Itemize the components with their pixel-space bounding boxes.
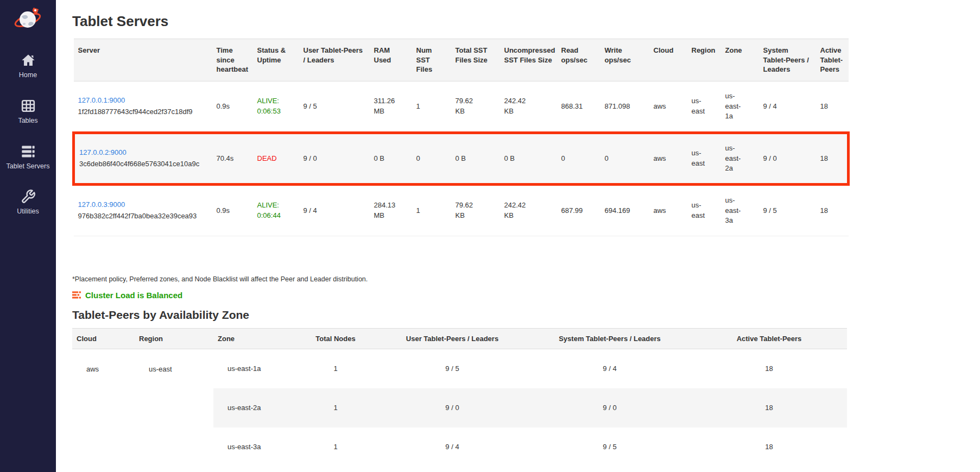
sidebar-item-label: Utilities: [17, 208, 39, 216]
col-cloud: Cloud: [72, 328, 135, 349]
system-peers-cell: 9 / 0: [759, 133, 816, 184]
user-peers-cell: 9 / 4: [299, 184, 370, 236]
status-cell: ALIVE: 0:06:44: [253, 184, 299, 236]
zone-cell: us-east-2a: [213, 388, 295, 427]
sidebar-item-label: Tablet Servers: [7, 163, 50, 171]
cluster-load-status-text: Cluster Load is Balanced: [85, 291, 182, 300]
col-active-peers: Active Tablet-Peers: [816, 39, 849, 81]
num-sst-cell: 1: [412, 81, 451, 133]
user-peers-cell: 9 / 4: [376, 427, 528, 467]
active-peers-cell: 18: [816, 133, 849, 184]
server-link[interactable]: 127.0.0.2:9000: [79, 148, 127, 156]
table-row-server-2-dead-highlighted: 127.0.0.2:9000 3c6deb86f40c4f668e5763041…: [74, 133, 849, 184]
planet-rocket-logo-icon: [13, 4, 43, 34]
col-total-sst: Total SST Files Size: [451, 39, 500, 81]
server-uuid: 976b382c2ff442f7ba0bea32e39cea93: [78, 211, 208, 221]
tablet-servers-table: Server Time since heartbeat Status & Upt…: [72, 39, 850, 236]
total-nodes-cell: 1: [295, 388, 376, 427]
server-link[interactable]: 127.0.0.3:9000: [78, 200, 125, 209]
write-ops-cell: 0: [600, 133, 649, 184]
write-ops-cell: 694.169: [600, 184, 649, 236]
active-peers-cell: 18: [691, 349, 847, 388]
heartbeat-cell: 0.9s: [212, 81, 253, 133]
uncompressed-sst-cell: 242.42 KB: [500, 184, 557, 236]
cloud-cell: aws: [649, 81, 687, 133]
num-sst-cell: 1: [412, 184, 451, 236]
uncompressed-sst-cell: 242.42 KB: [500, 81, 557, 133]
ram-cell: 284.13 MB: [370, 184, 412, 236]
region-cell: us-east: [687, 81, 721, 133]
heartbeat-cell: 0.9s: [212, 184, 253, 236]
system-peers-cell: 9 / 4: [528, 349, 691, 388]
system-peers-cell: 9 / 5: [528, 427, 691, 467]
server-stack-icon: [20, 143, 37, 160]
zones-section-title: Tablet-Peers by Availability Zone: [72, 309, 980, 322]
page-title: Tablet Servers: [72, 13, 980, 30]
read-ops-cell: 868.31: [557, 81, 600, 133]
sidebar-item-tables[interactable]: Tables: [0, 98, 56, 125]
col-user-peers: User Tablet-Peers / Leaders: [299, 39, 370, 81]
system-peers-cell: 9 / 0: [528, 388, 691, 427]
active-peers-cell: 18: [691, 427, 847, 467]
total-sst-cell: 0 B: [451, 133, 500, 184]
yugabyte-logo[interactable]: [13, 4, 43, 34]
status-cell: DEAD: [253, 133, 299, 184]
read-ops-cell: 0: [557, 133, 600, 184]
home-icon: [20, 52, 37, 68]
cloud-cell: aws: [649, 184, 687, 236]
user-peers-cell: 9 / 5: [376, 349, 528, 388]
total-sst-cell: 79.62 KB: [451, 184, 500, 236]
load-balance-icon: [72, 291, 81, 299]
write-ops-cell: 871.098: [600, 81, 649, 133]
system-peers-cell: 9 / 5: [759, 184, 816, 236]
table-header-row: Cloud Region Zone Total Nodes User Table…: [72, 328, 847, 349]
col-active-peers: Active Tablet-Peers: [691, 328, 847, 349]
table-row-server-1: 127.0.0.1:9000 1f2fd188777643cf944ced2f3…: [74, 81, 849, 133]
col-zone: Zone: [213, 328, 295, 349]
col-region: Region: [687, 39, 721, 81]
sidebar-item-utilities[interactable]: Utilities: [0, 188, 56, 216]
col-region: Region: [135, 328, 213, 349]
sidebar-item-label: Tables: [18, 117, 37, 125]
col-read-ops: Read ops/sec: [557, 39, 600, 81]
zone-cell: us-east-1a: [213, 349, 295, 388]
cloud-cell: aws: [649, 133, 687, 184]
server-link[interactable]: 127.0.0.1:9000: [78, 96, 125, 104]
total-nodes-cell: 1: [295, 427, 376, 467]
col-cloud: Cloud: [649, 39, 687, 81]
col-total-nodes: Total Nodes: [295, 328, 376, 349]
col-zone: Zone: [721, 39, 759, 81]
sidebar-item-home[interactable]: Home: [0, 52, 56, 79]
wrench-icon: [20, 188, 37, 205]
server-uuid: 3c6deb86f40c4f668e5763041ce10a9c: [79, 159, 208, 169]
table-row-zone-1: aws us-east us-east-1a 1 9 / 5 9 / 4 18: [72, 349, 847, 388]
num-sst-cell: 0: [412, 133, 451, 184]
tables-grid-icon: [20, 98, 37, 114]
tablet-peers-by-zone-table: Cloud Region Zone Total Nodes User Table…: [72, 328, 847, 467]
user-peers-cell: 9 / 5: [299, 81, 370, 133]
col-system-peers: System Tablet-Peers / Leaders: [759, 39, 816, 81]
region-cell: us-east: [687, 133, 721, 184]
cloud-cell: aws: [72, 349, 135, 467]
main-content: Tablet Servers Server Time since heartbe…: [56, 0, 980, 472]
col-server: Server: [74, 39, 212, 81]
sidebar: Home Tables Tabl: [0, 0, 56, 472]
zone-cell: us-east-1a: [721, 81, 759, 133]
heartbeat-cell: 70.4s: [212, 133, 253, 184]
active-peers-cell: 18: [816, 81, 849, 133]
total-nodes-cell: 1: [295, 349, 376, 388]
sidebar-item-tablet-servers[interactable]: Tablet Servers: [0, 143, 56, 171]
total-sst-cell: 79.62 KB: [451, 81, 500, 133]
col-num-sst: Num SST Files: [412, 39, 451, 81]
col-uncompressed-sst: Uncompressed SST Files Size: [500, 39, 557, 81]
cluster-load-status: Cluster Load is Balanced: [72, 291, 980, 300]
col-user-peers: User Tablet-Peers / Leaders: [376, 328, 528, 349]
sidebar-nav: Home Tables Tabl: [0, 52, 56, 216]
system-peers-cell: 9 / 4: [759, 81, 816, 133]
sidebar-item-label: Home: [19, 72, 37, 79]
read-ops-cell: 687.99: [557, 184, 600, 236]
active-peers-cell: 18: [816, 184, 849, 236]
col-status: Status & Uptime: [253, 39, 299, 81]
placement-policy-footnote: *Placement policy, Preferred zones, and …: [72, 275, 980, 283]
table-header-row: Server Time since heartbeat Status & Upt…: [74, 39, 849, 81]
